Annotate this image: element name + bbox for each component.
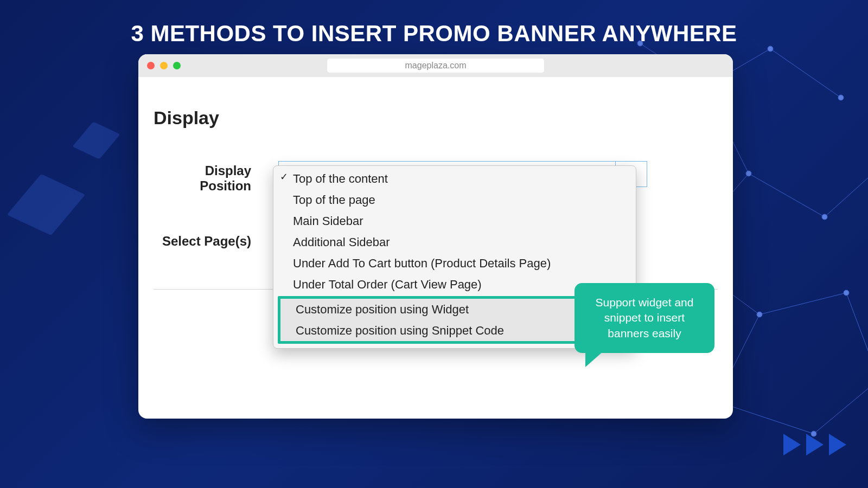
dropdown-option-additional-sidebar[interactable]: Additional Sidebar [273, 232, 636, 253]
form-row-display-position: Display Position Top of the content Top … [154, 161, 718, 194]
svg-point-16 [838, 95, 844, 100]
callout-text: Support widget and snippet to insert ban… [596, 296, 694, 339]
svg-point-18 [822, 214, 827, 220]
arrow-right-icon [783, 434, 801, 455]
svg-line-5 [825, 168, 868, 217]
arrow-right-icon [829, 434, 846, 455]
window-controls [147, 62, 181, 69]
minimize-icon[interactable] [160, 62, 168, 69]
svg-point-15 [768, 46, 773, 52]
svg-point-22 [844, 290, 849, 296]
arrow-right-icon [806, 434, 824, 455]
maximize-icon[interactable] [173, 62, 181, 69]
dropdown-option-main-sidebar[interactable]: Main Sidebar [273, 210, 636, 232]
dropdown-option-under-cart[interactable]: Under Add To Cart button (Product Detail… [273, 253, 636, 274]
svg-line-12 [846, 293, 868, 380]
svg-line-2 [770, 49, 841, 98]
decorative-arrows [783, 434, 846, 455]
svg-line-11 [814, 380, 868, 434]
svg-line-8 [760, 293, 846, 314]
browser-window: mageplaza.com Display Display Position T… [138, 54, 733, 419]
svg-point-17 [746, 171, 751, 176]
close-icon[interactable] [147, 62, 155, 69]
dropdown-option-top-page[interactable]: Top of the page [273, 189, 636, 210]
select-pages-label: Select Page(s) [154, 234, 278, 249]
callout-tail-icon [585, 351, 604, 367]
svg-line-4 [749, 174, 825, 217]
display-position-label: Display Position [154, 161, 278, 194]
url-bar[interactable]: mageplaza.com [327, 59, 544, 73]
page-title: 3 METHODS TO INSERT PROMO BANNER ANYWHER… [0, 0, 868, 47]
svg-point-21 [757, 312, 762, 317]
section-heading: Display [154, 107, 718, 129]
callout-bubble: Support widget and snippet to insert ban… [575, 283, 714, 353]
dropdown-option-top-content[interactable]: Top of the content [273, 168, 636, 189]
url-text: mageplaza.com [405, 61, 467, 70]
page-content: Display Display Position Top of the cont… [138, 77, 733, 300]
browser-titlebar: mageplaza.com [138, 54, 733, 77]
